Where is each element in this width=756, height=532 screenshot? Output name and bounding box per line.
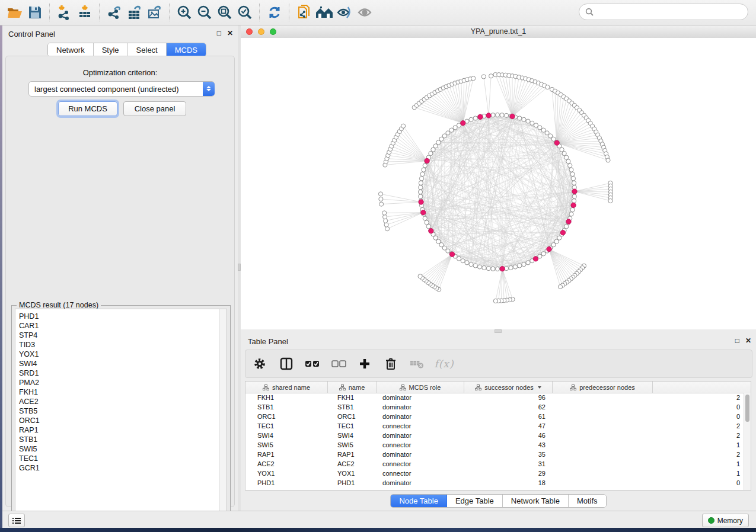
cell-predecessor-nodes: 1 <box>553 460 744 467</box>
table-settings-gear-icon[interactable] <box>249 353 270 374</box>
zoom-in-icon[interactable] <box>174 2 194 23</box>
mcds-result-item[interactable]: PMA2 <box>19 378 227 387</box>
home-layout-icon[interactable] <box>314 2 334 23</box>
import-table-icon[interactable] <box>75 2 95 23</box>
cell-mcds-role: connector <box>377 460 464 467</box>
mcds-result-item[interactable]: RAP1 <box>19 425 227 435</box>
node-table-header: shared namenameMCDS rolesuccessor nodesp… <box>245 382 751 393</box>
mcds-result-item[interactable]: SWI5 <box>19 444 227 454</box>
export-network-icon[interactable] <box>104 2 125 23</box>
network-canvas[interactable] <box>241 38 756 329</box>
mcds-list-scrollbar[interactable] <box>219 309 227 517</box>
mcds-result-item[interactable]: YOX1 <box>19 350 227 359</box>
cell-predecessor-nodes: 1 <box>553 470 744 477</box>
cell-successor-nodes: 35 <box>464 451 553 458</box>
cell-successor-nodes: 31 <box>464 460 553 467</box>
close-panel-button[interactable]: Close panel <box>123 101 186 116</box>
search-icon <box>585 8 594 16</box>
table-row[interactable]: SWI5 SWI5 connector 43 1 <box>245 440 744 450</box>
zoom-out-icon[interactable] <box>194 2 215 23</box>
import-network-icon[interactable] <box>55 2 75 23</box>
float-panel-icon[interactable]: □ <box>217 30 221 37</box>
table-row[interactable]: STB1 STB1 dominator 62 0 <box>245 402 744 412</box>
scrollbar-thumb[interactable] <box>745 395 749 422</box>
table-row[interactable]: FKH1 FKH1 dominator 96 2 <box>245 393 744 402</box>
hide-style-icon[interactable] <box>334 2 355 23</box>
column-type-icon <box>263 384 269 390</box>
column-header-MCDS-role[interactable]: MCDS role <box>377 382 464 393</box>
column-header-shared-name[interactable]: shared name <box>245 382 328 393</box>
search-box[interactable] <box>579 4 748 20</box>
mcds-panel-body: Optimization criterion: largest connecte… <box>5 56 235 507</box>
table-row[interactable]: ACE2 ACE2 connector 31 1 <box>245 459 744 469</box>
run-mcds-button[interactable]: Run MCDS <box>58 101 117 116</box>
memory-button[interactable]: Memory <box>702 514 749 527</box>
cell-shared-name: ORC1 <box>245 413 328 420</box>
mcds-result-item[interactable]: SWI4 <box>19 359 227 368</box>
cell-shared-name: RAP1 <box>245 451 328 458</box>
column-chooser-icon[interactable] <box>276 353 297 374</box>
tab-network-table[interactable]: Network Table <box>503 495 569 507</box>
network-window-titlebar[interactable]: YPA_prune.txt_1 <box>241 25 756 39</box>
column-type-icon <box>475 384 481 390</box>
mcds-result-item[interactable]: GCR1 <box>19 463 227 473</box>
export-table-icon[interactable] <box>125 2 145 23</box>
show-eye-icon[interactable] <box>355 2 375 23</box>
tab-edge-table[interactable]: Edge Table <box>447 495 503 507</box>
search-input[interactable] <box>597 7 742 17</box>
save-session-icon[interactable] <box>25 2 45 23</box>
mcds-result-item[interactable]: TID3 <box>19 340 227 350</box>
status-menu-button[interactable] <box>8 514 25 527</box>
tab-mcds[interactable]: MCDS <box>167 43 206 56</box>
cell-predecessor-nodes: 0 <box>553 479 744 486</box>
mcds-result-group: MCDS result (17 nodes) PHD1CAR1STP4TID3Y… <box>11 305 231 521</box>
export-image-icon[interactable] <box>145 2 165 23</box>
table-row[interactable]: SWI4 SWI4 dominator 46 2 <box>245 431 744 440</box>
mcds-result-item[interactable]: STB1 <box>19 435 227 444</box>
close-panel-icon[interactable]: ✕ <box>227 30 233 37</box>
tab-style[interactable]: Style <box>94 43 128 56</box>
clone-network-icon[interactable] <box>294 2 314 23</box>
zoom-selected-icon[interactable] <box>235 2 255 23</box>
zoom-fit-icon[interactable] <box>215 2 235 23</box>
cell-name: STB1 <box>328 403 377 411</box>
table-row[interactable]: YOX1 YOX1 connector 29 1 <box>245 469 744 478</box>
refresh-icon[interactable] <box>264 2 285 23</box>
open-file-icon[interactable] <box>5 2 25 23</box>
table-scrollbar[interactable] <box>744 393 751 490</box>
control-panel: Control Panel □ ✕ Network Style Select M… <box>2 25 238 511</box>
mcds-result-item[interactable]: ACE2 <box>19 397 227 406</box>
mcds-result-item[interactable]: STP4 <box>19 331 227 340</box>
table-row[interactable]: ORC1 ORC1 dominator 61 0 <box>245 412 744 421</box>
select-all-icon[interactable] <box>301 353 323 374</box>
cell-mcds-role: dominator <box>377 403 464 411</box>
mcds-result-list[interactable]: PHD1CAR1STP4TID3YOX1SWI4SRD1PMA2FKH1ACE2… <box>15 309 227 518</box>
mcds-result-item[interactable]: CAR1 <box>19 321 227 331</box>
add-column-icon[interactable] <box>354 353 375 374</box>
float-panel-icon[interactable]: □ <box>735 337 739 344</box>
delete-column-trash-icon[interactable] <box>380 353 401 374</box>
table-panel: Table Panel □ ✕ <box>241 333 756 511</box>
tab-select[interactable]: Select <box>128 43 167 56</box>
close-panel-icon[interactable]: ✕ <box>745 337 751 344</box>
column-header-name[interactable]: name <box>328 382 377 393</box>
column-header-predecessor-nodes[interactable]: predecessor nodes <box>553 382 653 393</box>
mcds-result-item[interactable]: ORC1 <box>19 416 227 425</box>
function-builder-icon-disabled: f(x) <box>433 353 455 374</box>
mcds-result-item[interactable]: TEC1 <box>19 454 227 463</box>
cell-successor-nodes: 47 <box>464 422 553 430</box>
unselect-all-icon[interactable] <box>328 353 349 374</box>
tab-network[interactable]: Network <box>48 43 94 56</box>
mcds-result-item[interactable]: SRD1 <box>19 368 227 378</box>
mcds-result-item[interactable]: STB5 <box>19 406 227 416</box>
table-row[interactable]: PHD1 PHD1 dominator 18 0 <box>245 478 744 488</box>
tab-node-table[interactable]: Node Table <box>391 495 447 507</box>
tab-motifs[interactable]: Motifs <box>569 495 606 507</box>
optimization-criterion-select[interactable]: largest connected component (undirected) <box>28 81 215 97</box>
table-row[interactable]: RAP1 RAP1 dominator 35 2 <box>245 450 744 459</box>
column-header-successor-nodes[interactable]: successor nodes <box>464 382 553 393</box>
cell-mcds-role: connector <box>377 470 464 477</box>
mcds-result-item[interactable]: PHD1 <box>19 312 227 321</box>
table-row[interactable]: TEC1 TEC1 connector 47 2 <box>245 421 744 431</box>
mcds-result-item[interactable]: FKH1 <box>19 387 227 397</box>
